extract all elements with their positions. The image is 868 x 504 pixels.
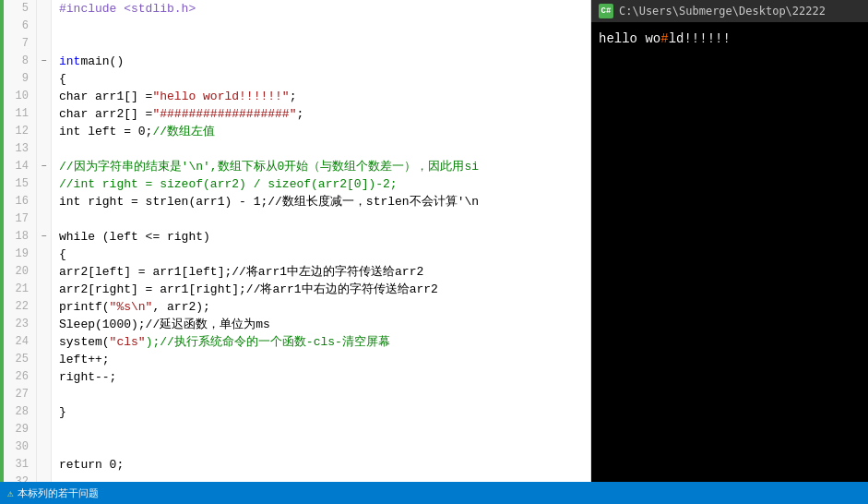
terminal-output-text: hello wo xyxy=(599,31,660,46)
line-number: 27 xyxy=(7,386,29,403)
fold-gutter-line xyxy=(37,175,51,193)
code-lines: 5678910111213141516171819202122232425262… xyxy=(4,0,590,482)
code-token: } xyxy=(59,403,66,421)
code-token: char arr1[] = xyxy=(59,88,152,105)
code-token: Sleep(1000);//延迟函数，单位为ms xyxy=(59,316,270,333)
code-token: main() xyxy=(80,53,124,70)
code-token: ; xyxy=(290,88,297,105)
code-token: "cls" xyxy=(110,333,146,351)
code-token: int right = strlen(arr1) - 1;//数组长度减一，st… xyxy=(59,193,479,210)
code-token: //int right = sizeof(arr2) / sizeof(arr2… xyxy=(59,175,398,193)
table-row: #include <stdlib.h> xyxy=(59,0,590,18)
table-row: system("cls");//执行系统命令的一个函数-cls-清空屏幕 xyxy=(59,333,590,351)
line-number: 6 xyxy=(7,18,29,35)
fold-gutter-line xyxy=(37,18,51,35)
status-warning-text: 本标列的若干问题 xyxy=(18,486,99,500)
table-row: int main() xyxy=(59,53,590,70)
code-token: #include <stdlib.h> xyxy=(59,0,196,18)
fold-gutter-line[interactable]: − xyxy=(37,228,51,246)
table-row xyxy=(59,140,590,158)
code-token: int xyxy=(59,53,80,70)
code-token: right--; xyxy=(59,368,116,386)
table-row: { xyxy=(59,246,590,263)
fold-gutter-line xyxy=(37,88,51,105)
line-number: 28 xyxy=(7,403,29,421)
code-token: , arr2); xyxy=(152,298,209,316)
code-token: char arr2[] = xyxy=(59,105,152,123)
status-item-warning: ⚠ 本标列的若干问题 xyxy=(7,486,99,500)
table-row: char arr2[] = "##################"; xyxy=(59,105,590,123)
line-number: 20 xyxy=(7,263,29,281)
fold-gutter-line xyxy=(37,456,51,474)
code-token: int left = 0; xyxy=(59,123,152,140)
table-row: left++; xyxy=(59,351,590,368)
fold-gutter-line xyxy=(37,351,51,368)
fold-gutter-line xyxy=(37,421,51,438)
fold-gutter-line xyxy=(37,123,51,140)
code-token: "%s\n" xyxy=(110,298,153,316)
line-number: 22 xyxy=(7,298,29,316)
code-token: { xyxy=(59,70,66,88)
line-number: 18 xyxy=(7,228,29,246)
code-token: while (left <= right) xyxy=(59,228,210,246)
line-number: 7 xyxy=(7,35,29,53)
table-row: Sleep(1000);//延迟函数，单位为ms xyxy=(59,316,590,333)
code-editor[interactable]: 5678910111213141516171819202122232425262… xyxy=(4,0,591,482)
table-row xyxy=(59,386,590,403)
main-container: 5678910111213141516171819202122232425262… xyxy=(0,0,868,482)
line-number: 26 xyxy=(7,368,29,386)
table-row: int right = strlen(arr1) - 1;//数组长度减一，st… xyxy=(59,193,590,210)
table-row: int left = 0;//数组左值 xyxy=(59,123,590,140)
line-number: 21 xyxy=(7,281,29,298)
code-token: //因为字符串的结束是'\n',数组下标从0开始（与数组个数差一），因此用si xyxy=(59,158,479,175)
table-row: arr2[left] = arr1[left];//将arr1中左边的字符传送给… xyxy=(59,263,590,281)
fold-gutter-line xyxy=(37,193,51,210)
terminal-panel: C# C:\Users\Submerge\Desktop\22222 hello… xyxy=(591,0,868,482)
table-row: return 0; xyxy=(59,456,590,474)
line-number: 12 xyxy=(7,123,29,140)
code-token: system( xyxy=(59,333,110,351)
terminal-icon: C# xyxy=(599,4,613,18)
table-row: printf("%s\n", arr2); xyxy=(59,298,590,316)
line-numbers: 5678910111213141516171819202122232425262… xyxy=(4,0,37,482)
fold-gutter-line xyxy=(37,35,51,53)
table-row: while (left <= right) xyxy=(59,228,590,246)
terminal-icon-text: C# xyxy=(601,6,612,16)
table-row xyxy=(59,210,590,228)
terminal-titlebar: C# C:\Users\Submerge\Desktop\22222 xyxy=(591,0,868,22)
fold-gutter-line xyxy=(37,333,51,351)
code-token: "##################" xyxy=(152,105,296,123)
table-row: arr2[right] = arr1[right];//将arr1中右边的字符传… xyxy=(59,281,590,298)
table-row xyxy=(59,438,590,456)
fold-gutter-line xyxy=(37,263,51,281)
table-row: { xyxy=(59,70,590,88)
table-row xyxy=(59,474,590,482)
table-row xyxy=(59,35,590,53)
table-row xyxy=(59,421,590,438)
fold-gutter-line xyxy=(37,210,51,228)
table-row xyxy=(59,18,590,35)
fold-gutter-line xyxy=(37,70,51,88)
fold-gutter-line[interactable]: − xyxy=(37,53,51,70)
code-token: printf( xyxy=(59,298,110,316)
line-number: 8 xyxy=(7,53,29,70)
status-bar: ⚠ 本标列的若干问题 xyxy=(0,482,868,504)
fold-gutter-line xyxy=(37,246,51,263)
fold-gutter-line[interactable]: − xyxy=(37,158,51,175)
line-number: 30 xyxy=(7,438,29,456)
fold-gutter: −−− xyxy=(37,0,52,482)
fold-gutter-line xyxy=(37,386,51,403)
table-row: char arr1[] = "hello world!!!!!!"; xyxy=(59,88,590,105)
line-number: 29 xyxy=(7,421,29,438)
table-row: } xyxy=(59,403,590,421)
table-row: //int right = sizeof(arr2) / sizeof(arr2… xyxy=(59,175,590,193)
terminal-title-text: C:\Users\Submerge\Desktop\22222 xyxy=(619,5,826,18)
fold-gutter-line xyxy=(37,140,51,158)
fold-gutter-line xyxy=(37,298,51,316)
fold-gutter-line xyxy=(37,368,51,386)
line-number: 10 xyxy=(7,88,29,105)
line-number: 14 xyxy=(7,158,29,175)
line-number: 5 xyxy=(7,0,29,18)
table-row: right--; xyxy=(59,368,590,386)
line-number: 15 xyxy=(7,175,29,193)
